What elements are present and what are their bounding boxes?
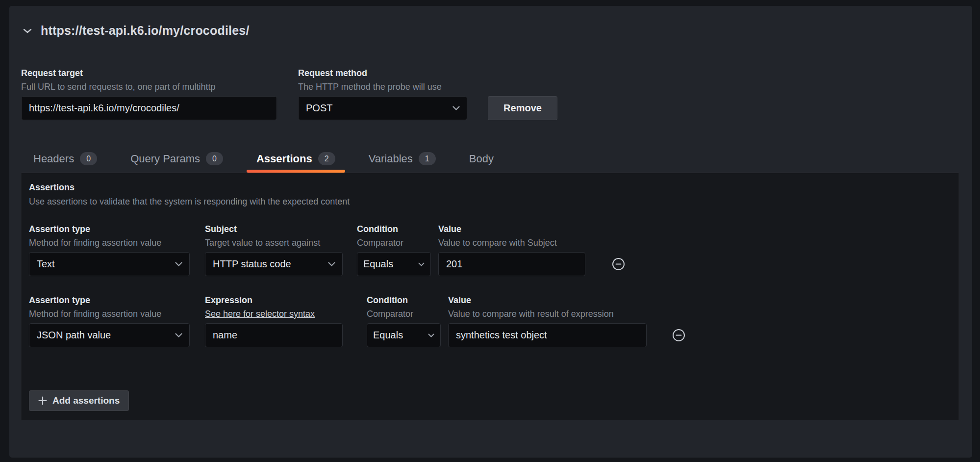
request-method-label: Request method bbox=[298, 68, 467, 78]
chevron-down-icon bbox=[428, 334, 434, 337]
assertion-subject-description: Target value to assert against bbox=[205, 237, 343, 248]
chevron-down-icon bbox=[452, 106, 460, 110]
assertion-type-select[interactable]: Text bbox=[29, 252, 190, 276]
request-card: https://test-api.k6.io/my/crocodiles/ Re… bbox=[9, 6, 972, 458]
assertion-type-description: Method for finding assertion value bbox=[29, 308, 190, 319]
assertion-expression-field: Expression See here for selector syntax bbox=[205, 295, 343, 347]
assertion-row: Assertion type Method for finding assert… bbox=[29, 295, 958, 347]
remove-assertion-button[interactable] bbox=[612, 252, 625, 276]
plus-icon bbox=[38, 396, 47, 405]
assertion-value-description: Value to compare with result of expressi… bbox=[448, 308, 647, 319]
assertion-type-label: Assertion type bbox=[29, 295, 190, 306]
assertion-value-label: Value bbox=[448, 295, 647, 306]
chevron-down-icon bbox=[175, 333, 182, 337]
assertion-value-input[interactable] bbox=[448, 323, 647, 347]
request-method-select[interactable]: POST bbox=[298, 96, 467, 120]
assertion-condition-value: Equals bbox=[363, 258, 393, 270]
request-settings-row: Request target Full URL to send requests… bbox=[21, 68, 557, 120]
tab-assertions[interactable]: Assertions 2 bbox=[247, 150, 345, 173]
assertion-condition-select[interactable]: Equals bbox=[367, 323, 441, 347]
request-target-input[interactable] bbox=[21, 96, 277, 120]
tab-variables[interactable]: Variables 1 bbox=[359, 150, 446, 173]
assertion-value-field: Value Value to compare with result of ex… bbox=[448, 295, 647, 347]
request-target-field: Request target Full URL to send requests… bbox=[21, 68, 277, 120]
assertion-condition-select[interactable]: Equals bbox=[357, 252, 431, 276]
chevron-down-icon bbox=[418, 262, 425, 266]
minus-circle-icon bbox=[612, 257, 625, 271]
tab-headers-label: Headers bbox=[33, 153, 74, 165]
request-method-value: POST bbox=[306, 103, 332, 114]
request-tabs: Headers 0 Query Params 0 Assertions 2 Va… bbox=[24, 150, 517, 173]
assertions-description: Use assertions to validate that the syst… bbox=[29, 196, 958, 207]
collapse-section-header[interactable]: https://test-api.k6.io/my/crocodiles/ bbox=[23, 24, 250, 38]
tab-assertions-count-badge: 2 bbox=[318, 152, 335, 165]
assertion-type-label: Assertion type bbox=[29, 224, 190, 234]
chevron-down-icon bbox=[23, 28, 32, 34]
assertion-expression-input[interactable] bbox=[205, 323, 343, 347]
assertion-value-description: Value to compare with Subject bbox=[438, 237, 585, 248]
tab-query-params[interactable]: Query Params 0 bbox=[121, 150, 233, 173]
assertion-type-select[interactable]: JSON path value bbox=[29, 323, 190, 347]
assertion-value-field: Value Value to compare with Subject bbox=[438, 224, 585, 276]
assertion-condition-label: Condition bbox=[357, 224, 431, 234]
assertion-condition-description: Comparator bbox=[367, 308, 441, 319]
assertion-subject-value: HTTP status code bbox=[213, 258, 291, 270]
assertion-type-field: Assertion type Method for finding assert… bbox=[29, 295, 190, 347]
assertions-panel: Assertions Use assertions to validate th… bbox=[21, 173, 959, 420]
tab-body[interactable]: Body bbox=[459, 150, 503, 173]
request-method-description: The HTTP method the probe will use bbox=[298, 81, 467, 92]
tab-variables-label: Variables bbox=[369, 153, 413, 165]
selector-syntax-link[interactable]: See here for selector syntax bbox=[205, 308, 315, 319]
chevron-down-icon bbox=[175, 262, 182, 266]
tab-query-params-label: Query Params bbox=[130, 153, 200, 165]
remove-assertion-button[interactable] bbox=[672, 323, 685, 347]
request-method-field: Request method The HTTP method the probe… bbox=[298, 68, 467, 120]
assertions-title: Assertions bbox=[29, 182, 958, 193]
assertion-type-description: Method for finding assertion value bbox=[29, 237, 190, 248]
tab-assertions-label: Assertions bbox=[256, 153, 312, 165]
add-assertions-button[interactable]: Add assertions bbox=[29, 390, 129, 411]
assertion-subject-select[interactable]: HTTP status code bbox=[205, 252, 343, 276]
add-assertions-label: Add assertions bbox=[52, 395, 120, 406]
assertion-subject-field: Subject Target value to assert against H… bbox=[205, 224, 343, 276]
assertion-type-field: Assertion type Method for finding assert… bbox=[29, 224, 190, 276]
request-target-label: Request target bbox=[21, 68, 277, 78]
assertion-row: Assertion type Method for finding assert… bbox=[29, 224, 958, 276]
assertion-value-label: Value bbox=[438, 224, 585, 234]
section-title-url: https://test-api.k6.io/my/crocodiles/ bbox=[41, 24, 250, 38]
request-target-description: Full URL to send requests to, one part o… bbox=[21, 81, 277, 92]
tab-query-params-count-badge: 0 bbox=[206, 152, 223, 165]
tab-variables-count-badge: 1 bbox=[419, 152, 436, 165]
assertion-condition-description: Comparator bbox=[357, 237, 431, 248]
assertion-type-value: JSON path value bbox=[37, 330, 111, 341]
assertion-value-input[interactable] bbox=[438, 252, 585, 276]
assertion-expression-label: Expression bbox=[205, 295, 343, 306]
assertion-type-value: Text bbox=[37, 258, 55, 270]
tab-body-label: Body bbox=[469, 153, 494, 165]
chevron-down-icon bbox=[328, 262, 335, 266]
tab-headers[interactable]: Headers 0 bbox=[24, 150, 107, 173]
assertion-condition-field: Condition Comparator Equals bbox=[367, 295, 441, 347]
minus-circle-icon bbox=[672, 329, 685, 342]
assertion-condition-label: Condition bbox=[367, 295, 441, 306]
assertion-condition-value: Equals bbox=[373, 330, 403, 341]
tab-headers-count-badge: 0 bbox=[80, 152, 97, 165]
remove-request-button[interactable]: Remove bbox=[488, 96, 557, 120]
assertion-subject-label: Subject bbox=[205, 224, 343, 234]
assertion-condition-field: Condition Comparator Equals bbox=[357, 224, 431, 276]
